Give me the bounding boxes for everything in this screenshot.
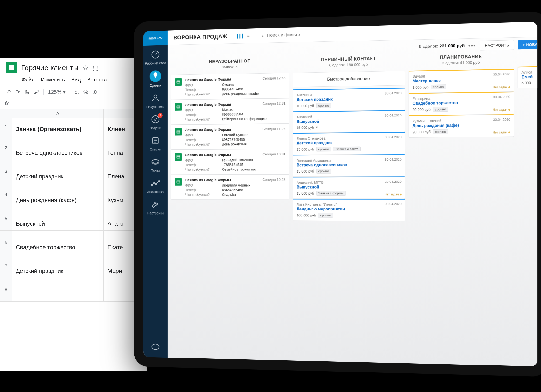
chevron-down-icon: ▾ [63,89,66,95]
star-marker: * [316,125,318,130]
nav-tasks[interactable]: 2 Задачи [143,110,168,131]
decimal-format[interactable]: .0 [92,89,97,95]
cell[interactable]: День рождения (кафе) [12,183,104,207]
new-deal-button[interactable]: + НОВАЯ [518,39,537,49]
row-number[interactable]: 6 [0,231,12,254]
lead-card[interactable]: Заявка из Google ФормыСегодня 12:45ФИООк… [171,73,289,100]
lead-card[interactable]: Заявка из Google ФормыСегодня 12:31ФИОМи… [171,98,289,125]
nav-analytics[interactable]: Аналитика [143,174,168,195]
deal-card[interactable]: Анатолий, МГТВ29.04.2020Выпускной15 000 … [293,176,405,199]
nav-chat[interactable] [143,338,168,358]
formula-bar[interactable]: fx [0,98,147,109]
row-number[interactable]: 7 [0,254,12,278]
cell[interactable]: Заявка (Организовать) [12,118,104,136]
lead-card[interactable]: Заявка из Google ФормыСегодня 10:31ФИОГе… [171,149,289,175]
menu-view[interactable]: Вид [71,77,81,83]
google-sheets-icon [175,153,182,161]
menu-insert[interactable]: Вставка [87,77,107,83]
svg-point-2 [152,116,159,123]
brand-logo[interactable]: amoCRM [143,31,168,46]
deal-card[interactable]: Анатолий30.04.2020Выпускной15 000 руб* [293,110,405,133]
deal-card[interactable]: Екатерина30.04.2020Свадебное торжество20… [409,92,514,115]
row-number[interactable]: 5 [0,207,12,230]
redo-icon[interactable]: ↷ [15,89,20,95]
nav-dashboard[interactable]: Рабочий стол [143,45,168,67]
row-number[interactable]: 2 [0,136,12,160]
lead-field-value: 89351437456 [222,87,243,91]
deal-date: 29.04.2020 [385,180,402,184]
nav-mail[interactable]: Почта [143,153,168,174]
kanban-view-icon[interactable]: ┃┃┃ [236,34,244,39]
table-row: 2Встреча одноклассниковГенна [0,136,147,160]
table-row: 7Детский праздникМари [0,254,147,278]
deal-name: Детский праздник [297,96,401,102]
deal-card[interactable]: Елена Степанова30.04.2020Детский праздни… [293,132,405,155]
cell[interactable]: Встреча одноклассников [12,136,104,160]
kanban-column-planning: ПЛАНИРОВАНИЕ 3 сделки: 41 000 руб Эдуард… [409,52,514,361]
lead-field-label: Телефон [185,163,222,167]
deal-card[interactable]: Кузьмин Евгений30.04.2020День рождения (… [409,114,514,138]
nav-settings[interactable]: Настройки [143,195,168,216]
table-row: 6Свадебное торжествоЕкате [0,231,147,254]
deal-summary: 9 сделок: 221 000 руб [419,43,465,49]
lead-card[interactable]: Заявка из Google ФормыСегодня 11:25ФИОЕв… [171,124,289,150]
deal-card[interactable]: АлисаЕмей5 000 [518,66,537,88]
paint-format-icon[interactable]: 🖌 [34,89,39,95]
star-icon[interactable]: ☆ [83,64,88,72]
analytics-icon [150,178,161,189]
quick-add[interactable]: Быстрое добавление [293,71,405,87]
google-sheets-icon [175,78,182,86]
svg-rect-13 [177,155,180,158]
row-number[interactable]: 8 [0,278,12,301]
row-number[interactable]: 1 [0,118,12,136]
deal-name: Детский праздник [297,140,401,146]
lead-field-value: 89565658584 [222,112,243,116]
cell[interactable]: Свадебное торжество [12,231,104,254]
list-view-icon[interactable]: ≡ [247,34,250,38]
kanban-column-unassigned: НЕРАЗОБРАННОЕ Заявок: 5 Заявка из Google… [171,56,289,355]
search-input[interactable] [267,31,330,38]
menu-edit[interactable]: Изменить [41,77,65,83]
tag-chip: срочно [316,103,331,108]
deal-date: 30.04.2020 [385,113,402,117]
cell[interactable]: Детский праздник [12,254,104,278]
cell[interactable]: Детский праздник [12,160,104,183]
corner-cell[interactable] [0,109,12,118]
lead-field-label: Что требуется? [185,117,222,122]
deal-card[interactable]: Антонина30.04.2020Детский праздник10 000… [293,88,405,111]
row-number[interactable]: 3 [0,160,12,183]
nav-customers[interactable]: Покупатели [143,89,168,110]
currency-format[interactable]: р. [74,89,79,95]
tag-chip: срочно [433,129,448,134]
customers-icon [150,93,161,103]
undo-icon[interactable]: ↶ [7,89,11,95]
cell[interactable] [12,278,104,301]
move-folder-icon[interactable]: ⬚ [93,64,99,72]
no-task-badge: Нет задач [493,108,510,112]
percent-format[interactable]: % [83,89,88,95]
lead-card[interactable]: Заявка из Google ФормыСегодня 10:28ФИОЛю… [171,174,289,200]
menu-file[interactable]: Файл [22,77,35,83]
sheets-header: Горячие клиенты ☆ ⬚ [0,58,147,76]
lead-field-label: Что требуется? [185,193,222,196]
zoom-select[interactable]: 125% ▾ [48,89,66,95]
deal-card[interactable]: Геннадий Аркадьевич30.04.2020Встреча одн… [293,154,405,177]
nav-lists[interactable]: Списки [143,131,168,153]
kanban-column-first-contact: ПЕРВИЧНЫЙ КОНТАКТ 6 сделок: 180 000 руб … [293,54,405,358]
print-icon[interactable]: 🖶 [24,89,29,95]
tag-chip: Заявка с формы [316,191,346,196]
deal-card[interactable]: Эдуард30.04.2020Мастер-класс1 000 рубсро… [409,69,514,93]
google-sheets-icon [175,178,182,186]
more-icon[interactable]: ••• [468,42,476,49]
column-header: НЕРАЗОБРАННОЕ Заявок: 5 [171,56,289,72]
col-header-a[interactable]: A [12,109,104,118]
nav-deals[interactable]: Сделки [143,66,168,89]
configure-button[interactable]: НАСТРОИТЬ [480,40,514,50]
cell[interactable]: Выпускной [12,207,104,230]
doc-title[interactable]: Горячие клиенты [21,64,78,72]
deal-card[interactable]: Лиза Киртаева, "Ивентс"03.04.2020Лендинг… [293,199,405,221]
row-number[interactable]: 4 [0,183,12,207]
nav-label: Покупатели [146,105,165,109]
tag-chip: срочно [316,169,331,174]
lead-field-value: Свадьба [222,193,236,196]
